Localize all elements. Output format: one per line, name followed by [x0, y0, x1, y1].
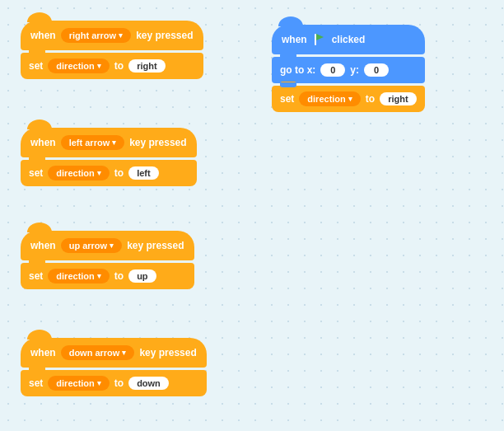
left-set-block: set direction to left — [21, 160, 197, 186]
right-direction-dropdown[interactable]: direction — [48, 59, 109, 73]
down-arrow-block-group: when down arrow key pressed set directio… — [21, 338, 207, 396]
down-to-label: to — [114, 377, 124, 389]
up-hat-when: when — [30, 240, 56, 251]
right-arrow-key-dropdown[interactable]: right arrow — [61, 28, 131, 43]
left-arrow-hat: when left arrow key pressed — [21, 128, 197, 157]
goto-y-label: y: — [350, 64, 359, 76]
flag-set-block: set direction to right — [272, 86, 425, 112]
goto-y-value[interactable]: 0 — [364, 63, 389, 77]
flag-set-value: right — [380, 92, 416, 105]
flag-clicked-hat: when clicked — [272, 25, 425, 54]
goto-label: go to x: — [280, 64, 315, 76]
svg-marker-1 — [316, 34, 324, 40]
right-arrow-hat: when right arrow key pressed — [21, 21, 203, 50]
right-hat-when: when — [30, 30, 56, 41]
down-hat-suffix: key pressed — [139, 347, 196, 358]
flag-hat-suffix: clicked — [332, 34, 366, 45]
right-set-block: set direction to right — [21, 53, 203, 79]
down-value: down — [128, 377, 169, 390]
right-set-label: set — [29, 60, 43, 72]
left-hat-when: when — [30, 137, 56, 148]
down-arrow-key-dropdown[interactable]: down arrow — [61, 345, 135, 360]
up-arrow-key-dropdown[interactable]: up arrow — [61, 238, 122, 253]
up-set-block: set direction to up — [21, 263, 194, 289]
up-direction-dropdown[interactable]: direction — [48, 269, 109, 283]
down-set-block: set direction to down — [21, 370, 207, 396]
flag-icon — [312, 32, 327, 47]
left-set-label: set — [29, 167, 43, 179]
up-hat-suffix: key pressed — [127, 240, 184, 251]
left-arrow-block-group: when left arrow key pressed set directio… — [21, 128, 197, 186]
up-to-label: to — [114, 270, 124, 282]
left-direction-dropdown[interactable]: direction — [48, 166, 109, 180]
right-to-label: to — [114, 60, 124, 72]
left-to-label: to — [114, 167, 124, 179]
right-arrow-block-group: when right arrow key pressed set directi… — [21, 21, 203, 79]
svg-rect-0 — [315, 34, 316, 45]
down-hat-when: when — [30, 347, 56, 358]
up-value: up — [128, 269, 156, 283]
left-value: left — [128, 166, 159, 180]
goto-block: go to x: 0 y: 0 — [272, 57, 425, 83]
up-arrow-block-group: when up arrow key pressed set direction … — [21, 231, 194, 289]
left-arrow-key-dropdown[interactable]: left arrow — [61, 135, 125, 150]
flag-clicked-block-group: when clicked go to x: 0 y: 0 set directi… — [272, 25, 425, 112]
right-hat-suffix: key pressed — [136, 30, 193, 41]
goto-x-value[interactable]: 0 — [320, 63, 345, 77]
up-arrow-hat: when up arrow key pressed — [21, 231, 194, 260]
down-set-label: set — [29, 377, 43, 389]
flag-set-label: set — [280, 93, 294, 105]
flag-direction-dropdown[interactable]: direction — [299, 91, 360, 106]
up-set-label: set — [29, 270, 43, 282]
flag-to-label: to — [366, 93, 375, 105]
down-arrow-hat: when down arrow key pressed — [21, 338, 207, 368]
flag-hat-when: when — [282, 34, 307, 45]
down-direction-dropdown[interactable]: direction — [48, 376, 109, 391]
right-value: right — [128, 59, 165, 73]
left-hat-suffix: key pressed — [129, 137, 186, 148]
